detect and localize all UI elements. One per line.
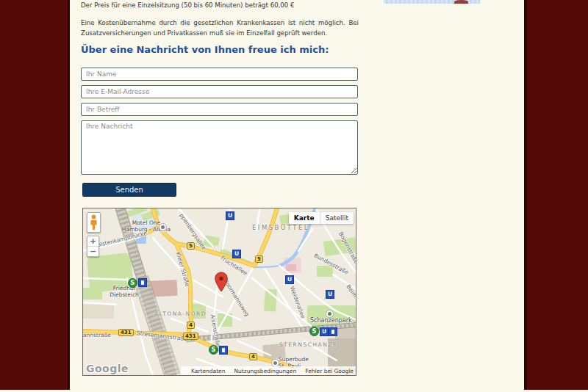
poi-schanzenpark-label: Schanzenpark — [310, 318, 352, 324]
insurance-text: Eine Kostenübernahme durch die gesetzlic… — [81, 18, 359, 38]
left-background-panel — [0, 0, 70, 390]
zoom-control: + − — [87, 236, 99, 257]
ubahn-icon: U — [232, 250, 241, 258]
sbahn-icon: S — [128, 278, 137, 288]
google-logo[interactable]: Google — [86, 363, 129, 374]
hotel-icon — [159, 223, 167, 231]
pegman-control[interactable] — [87, 212, 101, 233]
district-label-altona-nord: ALTONA-NORD — [154, 311, 207, 317]
street-label-annstrasse: annstraße — [83, 332, 111, 338]
pegman-icon — [90, 214, 98, 231]
district-label-sternschanze: STERNSCHANZE — [279, 341, 337, 348]
ubahn-icon: U — [226, 211, 234, 220]
sbahn-icon: S — [309, 327, 319, 336]
map-type-karte-button[interactable]: Karte — [289, 212, 320, 224]
zoom-in-button[interactable]: + — [87, 236, 98, 247]
route-badge-4: 4 — [187, 322, 195, 329]
ubahn-icon: U — [285, 275, 294, 284]
map-type-switcher: Karte Satellit — [289, 212, 354, 224]
contact-heading: Über eine Nachricht von Ihnen freue ich … — [81, 44, 329, 55]
price-text: Der Preis für eine Einzelsitzung (50 bis… — [81, 1, 359, 11]
send-button[interactable]: Senden — [82, 183, 176, 197]
route-badge-431: 431 — [183, 333, 198, 340]
map-attribution-bar: Kartendaten Nutzungsbedingungen Fehler b… — [181, 366, 356, 375]
route-badge-4: 4 — [249, 353, 257, 360]
route-badge-5: 5 — [255, 255, 263, 263]
ubahn-icon: U — [320, 327, 329, 336]
name-input[interactable] — [81, 68, 358, 81]
park-icon — [326, 310, 334, 318]
ubahn-icon: U — [326, 290, 334, 299]
subject-input[interactable] — [81, 103, 358, 116]
location-pin-icon[interactable] — [215, 272, 228, 292]
nutzungsbedingungen-link[interactable]: Nutzungsbedingungen — [234, 368, 296, 374]
portrait-photo-bottom-edge — [384, 0, 480, 4]
route-badge-5: 5 — [187, 242, 195, 250]
right-background-panel — [524, 0, 588, 390]
rail-station-icon — [329, 327, 337, 336]
rail-station-icon — [138, 278, 147, 287]
photo-detail — [454, 0, 468, 4]
district-label-eimsbuettel: EIMSBÜTTEL — [252, 224, 309, 231]
message-textarea[interactable] — [81, 120, 358, 175]
rail-station-icon — [219, 346, 228, 355]
fehler-melden-link[interactable]: Fehler bei Google Maps melden — [305, 368, 356, 374]
sbahn-icon: S — [209, 345, 218, 355]
google-map[interactable]: Holstenkampbrücke ppenbergsallee Kieler … — [82, 208, 356, 376]
poi-cemetery-label: FriedhofDiebsteich — [104, 286, 145, 298]
email-input[interactable] — [81, 85, 358, 98]
kartendaten-text: Kartendaten — [191, 368, 225, 374]
map-type-satellit-button[interactable]: Satellit — [320, 212, 354, 224]
route-badge-431: 431 — [118, 329, 134, 336]
zoom-out-button[interactable]: − — [87, 247, 98, 256]
